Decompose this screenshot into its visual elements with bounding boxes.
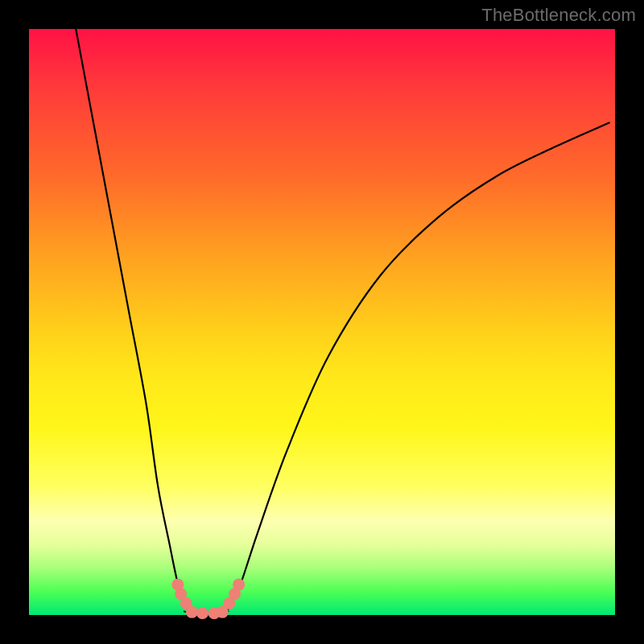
trough-bead-1 <box>186 606 198 618</box>
chart-svg <box>29 29 615 615</box>
trough-bead-4 <box>217 606 229 618</box>
trough-bead-2 <box>196 607 208 619</box>
chart-frame: TheBottleneck.com <box>0 0 644 644</box>
plot-area <box>29 29 615 615</box>
curve-group <box>76 29 609 613</box>
right-bead-3 <box>233 579 245 591</box>
series-curve-left <box>76 29 187 609</box>
marker-group <box>171 579 245 620</box>
watermark-text: TheBottleneck.com <box>481 5 636 26</box>
series-curve-right <box>229 122 609 609</box>
